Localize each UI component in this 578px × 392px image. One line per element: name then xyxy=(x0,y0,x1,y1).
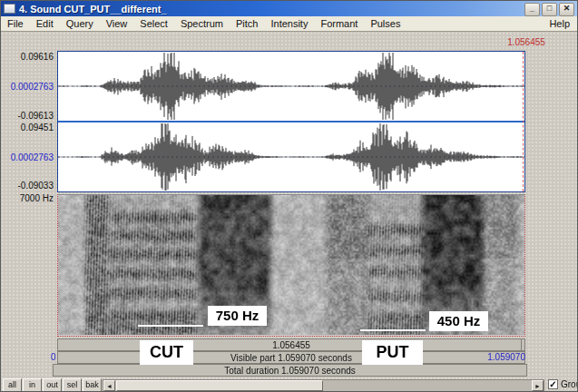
editor-area: 1.056455 0.09616 0.0002763 -0.09613 0.09… xyxy=(1,32,577,392)
ch2-mid-label[interactable]: 0.0002763 xyxy=(1,152,54,162)
word-label-cut: CUT xyxy=(140,340,193,365)
menu-view[interactable]: View xyxy=(100,16,134,31)
waveform-channel-1[interactable] xyxy=(58,52,524,121)
spectrogram-panel[interactable]: 750 Hz 450 Hz xyxy=(57,194,525,337)
menu-pitch[interactable]: Pitch xyxy=(230,16,264,31)
window-title: 4. Sound CUT_PUT__different_ xyxy=(19,4,167,15)
zoom-selection-button[interactable]: sel xyxy=(63,378,82,392)
menu-edit[interactable]: Edit xyxy=(30,16,60,31)
total-duration-bar[interactable]: Total duration 1.059070 seconds xyxy=(53,364,527,377)
zoom-back-button[interactable]: bak xyxy=(83,378,102,392)
window-start-time: 0 xyxy=(51,351,62,363)
bottom-controls: all in out sel bak ◄ ► ✓ Group xyxy=(1,377,577,392)
scroll-left-icon[interactable]: ◄ xyxy=(103,380,115,391)
titlebar[interactable]: 4. Sound CUT_PUT__different_ _ □ ✕ xyxy=(1,1,577,16)
visible-part-label: Visible part 1.059070 seconds xyxy=(230,353,352,363)
cursor-time-label: 1.056455 xyxy=(498,37,554,47)
total-duration-label: Total duration 1.059070 seconds xyxy=(224,366,356,376)
zoom-in-button[interactable]: in xyxy=(23,378,42,392)
show-all-button[interactable]: all xyxy=(3,378,22,392)
group-checkbox[interactable]: ✓ xyxy=(548,379,558,389)
menu-intensity[interactable]: Intensity xyxy=(264,16,314,31)
visible-part-bar[interactable]: Visible part 1.059070 seconds xyxy=(57,351,525,364)
f1-label-put: 450 Hz xyxy=(429,311,488,331)
ch2-min-label: -0.09033 xyxy=(1,181,54,191)
ch1-mid-label[interactable]: 0.0002763 xyxy=(1,82,54,92)
menu-pulses[interactable]: Pulses xyxy=(364,16,407,31)
f1-line-cut xyxy=(138,325,203,327)
menu-bar: File Edit Query View Select Spectrum Pit… xyxy=(1,16,577,32)
f1-line-put xyxy=(360,329,426,331)
group-checkbox-label[interactable]: Group xyxy=(561,379,578,389)
menu-help[interactable]: Help xyxy=(545,16,573,31)
praat-sound-editor-window: 4. Sound CUT_PUT__different_ _ □ ✕ File … xyxy=(0,0,578,392)
menu-file[interactable]: File xyxy=(1,16,30,31)
ch1-min-label: -0.09613 xyxy=(1,111,54,121)
menu-select[interactable]: Select xyxy=(133,16,174,31)
cursor-bar-remainder[interactable] xyxy=(521,339,524,350)
waveform-panel[interactable] xyxy=(57,51,525,192)
window-end-time: 1.059070 xyxy=(473,351,525,363)
cursor-time-bar-value: 1.056455 xyxy=(272,340,310,350)
cursor-time-bar[interactable]: 1.056455 xyxy=(57,338,525,351)
waveform-channel-2[interactable] xyxy=(58,122,524,191)
scroll-right-icon[interactable]: ► xyxy=(532,380,544,391)
f1-label-cut: 750 Hz xyxy=(208,306,267,326)
word-label-put: PUT xyxy=(362,340,423,365)
cursor-line[interactable] xyxy=(523,52,524,191)
menu-query[interactable]: Query xyxy=(60,16,100,31)
time-scrollbar[interactable]: ◄ ► xyxy=(103,379,544,392)
zoom-out-button[interactable]: out xyxy=(43,378,62,392)
maximize-icon[interactable]: □ xyxy=(542,3,557,16)
app-icon xyxy=(4,4,15,14)
minimize-icon[interactable]: _ xyxy=(524,3,540,16)
scrollbar-thumb[interactable] xyxy=(116,380,323,391)
ch2-max-label: 0.09451 xyxy=(1,122,54,132)
close-icon[interactable]: ✕ xyxy=(559,3,574,16)
menu-formant[interactable]: Formant xyxy=(314,16,364,31)
spectrogram-top-frequency-label: 7000 Hz xyxy=(1,193,54,203)
ch1-max-label: 0.09616 xyxy=(1,52,54,62)
menu-spectrum[interactable]: Spectrum xyxy=(174,16,230,31)
